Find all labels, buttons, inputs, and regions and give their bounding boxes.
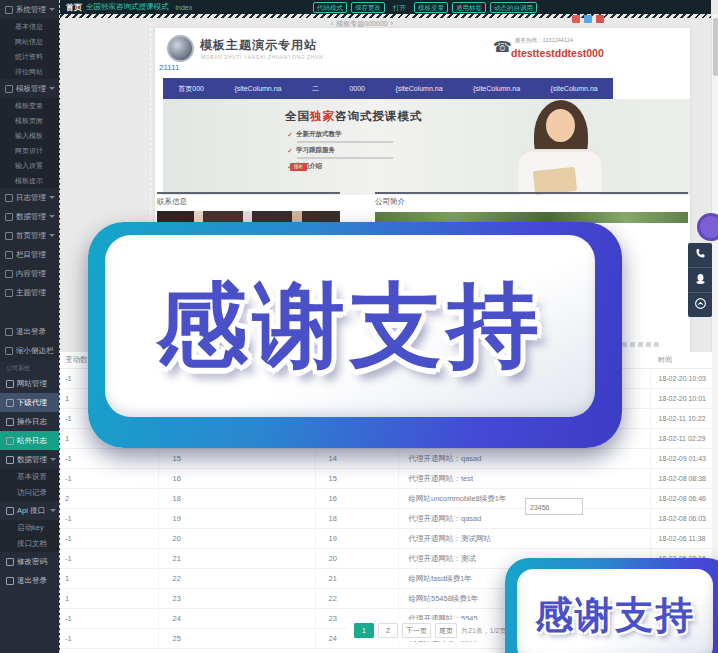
banner-title: 全国独家咨询式授课模式 xyxy=(285,109,423,124)
menu-item-label: 接口文档 xyxy=(17,539,47,549)
menu-item-label: Api 接口 xyxy=(17,506,45,516)
check-icon: ✓ xyxy=(287,131,293,139)
list-icon xyxy=(5,270,13,278)
admin-menu-item-8[interactable]: 输入模板 xyxy=(0,128,59,143)
scrollbar-thumb[interactable] xyxy=(713,18,718,76)
cell: -1 xyxy=(60,469,158,489)
admin-menu-item-7[interactable]: 模板页面 xyxy=(0,113,59,128)
section-company: 公司简介 xyxy=(375,192,688,223)
admin-menu-item-19[interactable]: 缩小侧边栏 xyxy=(0,341,59,360)
toolbar-icon[interactable] xyxy=(630,342,635,347)
nav-item-4[interactable]: {siteColumn.na xyxy=(395,85,442,92)
cell: 16 xyxy=(158,469,315,489)
agent-sidebar: 公司系统 网站管理下级代理操作日志站外日志数据管理基本设置访问记录Api 接口启… xyxy=(0,362,59,653)
agent-menu-item-5[interactable]: 基本设置 xyxy=(0,469,59,485)
qq-button[interactable] xyxy=(688,268,712,293)
phone-button[interactable] xyxy=(688,243,712,268)
floating-value-fragment: 23456 xyxy=(525,498,583,515)
toolbar-icon[interactable] xyxy=(622,342,627,347)
contact-float-widget xyxy=(688,243,712,317)
topbar-button-3[interactable]: 模板变量 xyxy=(414,2,448,13)
page-link[interactable]: 21111 xyxy=(159,63,179,72)
admin-menu-item-14[interactable]: 首页管理 xyxy=(0,226,59,245)
table-row: 21816给网站uncommobile8续费1年18-02-08 06:46 xyxy=(60,489,712,509)
banner-point-label: 全新开放式教学 xyxy=(296,130,342,139)
topbar-button-5[interactable]: 动态的自调用 xyxy=(490,2,537,13)
topbar-button-2[interactable]: 打开 xyxy=(389,2,410,13)
chevron-up-button[interactable] xyxy=(688,293,712,317)
agent-menu-item-0[interactable]: 网站管理 xyxy=(0,374,59,393)
clipboard-icon xyxy=(6,418,14,426)
nav-item-6[interactable]: {siteColumn.na xyxy=(551,85,598,92)
agent-menu-item-7[interactable]: Api 接口 xyxy=(0,501,59,520)
menu-item-label: 启动key xyxy=(17,523,44,533)
figure-books xyxy=(533,167,577,195)
nav-item-1[interactable]: {siteColumn.na xyxy=(234,85,281,92)
floating-action-button[interactable] xyxy=(697,213,718,241)
agent-menu-item-6[interactable]: 访问记录 xyxy=(0,485,59,501)
toolbar-icon[interactable] xyxy=(646,342,651,347)
topbar-button-1[interactable]: 保存更改 xyxy=(351,2,385,13)
admin-menu-item-4[interactable]: 排位网站 xyxy=(0,64,59,79)
banner-title-post: 咨询式授课模式 xyxy=(335,110,423,122)
admin-menu-item-2[interactable]: 网站信息 xyxy=(0,34,59,49)
nav-item-5[interactable]: {siteColumn.na xyxy=(473,85,520,92)
agent-menu-item-2[interactable]: 操作日志 xyxy=(0,412,59,431)
toolbar-icon[interactable] xyxy=(654,342,659,347)
banner-woman-photo xyxy=(502,99,632,195)
last-page-button[interactable]: 尾页 xyxy=(435,623,457,638)
page-button-2[interactable]: 2 xyxy=(378,623,398,638)
menu-item-label: 数据管理 xyxy=(17,455,47,465)
topbar-button-4[interactable]: 通用标签 xyxy=(452,2,486,13)
banner-point-0: ✓全新开放式教学 xyxy=(287,130,393,139)
nav-item-2[interactable]: 二 xyxy=(312,84,319,94)
pagination: 12下一页尾页共21条，1/2页 xyxy=(348,620,513,641)
agent-menu-item-11[interactable]: 退出登录 xyxy=(0,571,59,590)
banner-point-1: ✓学习跟踪服务 xyxy=(287,146,393,155)
agent-menu-item-9[interactable]: 接口文档 xyxy=(0,536,59,552)
next-page-button[interactable]: 下一页 xyxy=(402,623,431,638)
agent-menu-item-10[interactable]: 修改密码 xyxy=(0,552,59,571)
toolbar-icon[interactable] xyxy=(638,342,643,347)
admin-menu-item-1[interactable]: 基本信息 xyxy=(0,19,59,34)
nav-item-0[interactable]: 首页000 xyxy=(178,84,204,94)
share-icon-3[interactable] xyxy=(596,15,604,23)
agent-menu-item-3[interactable]: 站外日志 xyxy=(0,431,59,450)
editor-topbar: 首页 全国独家咨询式授课模式 index 代码模式保存更改打开模板变量通用标签动… xyxy=(60,0,711,14)
admin-menu-item-6[interactable]: 模板变量 xyxy=(0,98,59,113)
share-icon-1[interactable] xyxy=(572,15,580,23)
admin-menu-item-9[interactable]: 网页设计 xyxy=(0,143,59,158)
page-button-1[interactable]: 1 xyxy=(354,623,374,638)
admin-menu-item-0[interactable]: 系统管理 xyxy=(0,0,59,19)
cell: -1 xyxy=(60,529,158,549)
banner-signup-button[interactable]: 报名 xyxy=(290,163,307,171)
cell: 20 xyxy=(158,529,315,549)
hero-banner[interactable]: 全国独家咨询式授课模式 ✓全新开放式教学✓学习跟踪服务✓顾问介绍 报名 xyxy=(163,99,690,195)
admin-menu-item-10[interactable]: 输入设置 xyxy=(0,158,59,173)
agent-menu-item-1[interactable]: 下级代理 xyxy=(0,393,59,412)
admin-menu-item-17[interactable]: 主题管理 xyxy=(0,283,59,302)
menu-item-label: 输入设置 xyxy=(15,162,43,169)
topbar-button-0[interactable]: 代码模式 xyxy=(313,2,347,13)
admin-menu-item-16[interactable]: 内容管理 xyxy=(0,264,59,283)
agent-menu-item-8[interactable]: 启动key xyxy=(0,520,59,536)
thanks-overlay-small-inner: 感谢支持 xyxy=(517,569,713,653)
admin-menu-item-5[interactable]: 模板管理 xyxy=(0,79,59,98)
admin-menu-item-3[interactable]: 统计资料 xyxy=(0,49,59,64)
nav-item-3[interactable]: 0000 xyxy=(349,85,365,92)
scrollbar[interactable] xyxy=(711,14,718,653)
cell: 给网站uncommobile8续费1年 xyxy=(398,489,650,509)
agent-menu-item-4[interactable]: 数据管理 xyxy=(0,450,59,469)
admin-menu-item-12[interactable]: 日志管理 xyxy=(0,188,59,207)
topbar-home-label[interactable]: 首页 xyxy=(66,2,82,13)
table-row: -11514代理开通网站：qasad18-02-09 01:43 xyxy=(60,449,712,469)
next-arrow-icon[interactable]: › xyxy=(388,20,396,27)
admin-menu-item-15[interactable]: 栏目管理 xyxy=(0,245,59,264)
caret-up-icon xyxy=(50,509,56,512)
hotline-label: 服务热线：1231244124 xyxy=(515,37,573,44)
admin-menu-item-11[interactable]: 模板提示 xyxy=(0,173,59,188)
admin-menu-item-18[interactable]: 退出登录 xyxy=(0,322,59,341)
admin-menu-item-13[interactable]: 数据管理 xyxy=(0,207,59,226)
cell: 1 xyxy=(60,589,158,609)
share-icon-2[interactable] xyxy=(584,15,592,23)
